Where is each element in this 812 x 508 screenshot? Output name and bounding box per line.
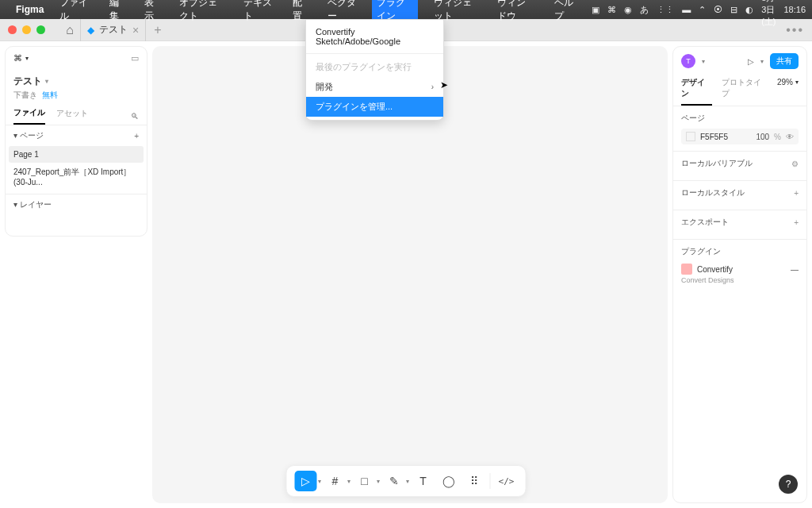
- plugin-entry-name[interactable]: Convertify: [697, 265, 733, 274]
- tab-assets[interactable]: アセット: [56, 108, 88, 124]
- file-tab-title: テスト: [99, 23, 128, 37]
- zoom-control[interactable]: 29%▾: [777, 78, 799, 87]
- macos-menubar: Figma ファイル 編集 表示 オブジェクト テキスト 配置 ベクター プラグ…: [0, 0, 812, 19]
- present-button[interactable]: ▷: [748, 57, 754, 66]
- dev-mode-toggle[interactable]: </>: [496, 471, 518, 491]
- file-tab[interactable]: ◆ テスト ×: [80, 19, 146, 41]
- figma-tray-icon[interactable]: ⌘: [607, 5, 616, 15]
- background-color-row[interactable]: F5F5F5 100 % 👁: [681, 129, 799, 144]
- search-icon[interactable]: 🔍︎: [131, 112, 139, 121]
- system-tray: ▣ ⌘ ◉ あ ⋮⋮ ▬ ⌃ ⦿ ⊟ ◐ 8月3日 (土) 18:16: [592, 0, 806, 28]
- shape-tool-chevron[interactable]: ▾: [377, 478, 380, 485]
- remove-plugin-button[interactable]: —: [791, 265, 799, 274]
- export-label[interactable]: エクスポート: [681, 217, 729, 228]
- draft-label[interactable]: 下書き: [13, 90, 37, 99]
- siri-icon[interactable]: ◐: [745, 5, 753, 15]
- bottom-toolbar: ▷ ▾ # ▾ □ ▾ ✎ ▾ T ◯ ⠿ </>: [286, 465, 527, 497]
- tray-icon[interactable]: ▣: [592, 5, 599, 15]
- battery-icon[interactable]: ▬: [682, 5, 691, 14]
- page-item-1[interactable]: Page 1: [9, 146, 144, 163]
- share-button[interactable]: 共有: [770, 53, 799, 69]
- close-window-button[interactable]: [8, 25, 17, 34]
- spotlight-icon[interactable]: ⦿: [714, 5, 722, 14]
- page-item-2[interactable]: 2407_Report_前半［XD Import］(30-Ju...: [6, 163, 147, 190]
- panel-toggle-icon[interactable]: ▭: [131, 53, 139, 64]
- menu-object[interactable]: オブジェクト: [174, 0, 228, 25]
- plugin-entry-desc: Convert Designs: [681, 276, 799, 284]
- local-styles-label[interactable]: ローカルスタイル: [681, 187, 745, 198]
- window-controls: [8, 25, 45, 34]
- overflow-menu-button[interactable]: •••: [786, 23, 804, 37]
- figma-file-icon: ◆: [87, 25, 94, 36]
- tab-prototype[interactable]: プロトタイプ: [722, 77, 768, 104]
- present-chevron-icon[interactable]: ▾: [760, 58, 764, 65]
- close-tab-icon[interactable]: ×: [132, 24, 139, 37]
- left-panel: ⌘▾ ▭ テスト ▾ 下書き 無料 ファイル アセット 🔍︎ ▾ ページ + P…: [5, 46, 147, 237]
- tab-design[interactable]: デザイン: [681, 77, 712, 106]
- wifi-icon[interactable]: ⌃: [699, 5, 706, 15]
- move-tool-chevron[interactable]: ▾: [318, 478, 321, 485]
- chevron-right-icon: ›: [431, 83, 434, 91]
- menu-text[interactable]: テキスト: [239, 0, 277, 25]
- opacity-unit: %: [774, 133, 781, 141]
- input-method-icon[interactable]: あ: [640, 4, 649, 16]
- new-tab-button[interactable]: +: [154, 23, 161, 37]
- bluetooth-icon[interactable]: ⋮⋮: [657, 5, 674, 15]
- pen-tool[interactable]: ✎: [383, 471, 405, 491]
- dropdown-separator: [306, 53, 443, 54]
- menu-help[interactable]: ヘルプ: [550, 0, 580, 25]
- convertify-plugin-icon: [681, 264, 692, 275]
- control-center-icon[interactable]: ⊟: [730, 5, 737, 15]
- chevron-down-icon[interactable]: ▾: [45, 78, 48, 85]
- color-swatch[interactable]: [686, 132, 695, 141]
- tab-file[interactable]: ファイル: [13, 107, 45, 125]
- opacity-value[interactable]: 100: [756, 133, 769, 141]
- color-hex[interactable]: F5F5F5: [700, 133, 728, 141]
- help-button[interactable]: ?: [779, 475, 798, 494]
- pen-tool-chevron[interactable]: ▾: [406, 478, 409, 485]
- shape-tool[interactable]: □: [354, 471, 376, 491]
- home-tab[interactable]: ⌂: [59, 22, 80, 38]
- actions-tool[interactable]: ⠿: [463, 471, 485, 491]
- move-tool[interactable]: ▷: [295, 471, 317, 491]
- frame-tool-chevron[interactable]: ▾: [347, 478, 350, 485]
- page-section-label: ページ: [681, 113, 705, 124]
- menu-window[interactable]: ウィンドウ: [492, 0, 538, 25]
- add-page-button[interactable]: +: [134, 132, 139, 140]
- fullscreen-window-button[interactable]: [36, 25, 45, 34]
- avatar-chevron-icon[interactable]: ▾: [702, 58, 705, 65]
- file-name[interactable]: テスト: [13, 75, 42, 88]
- figma-logo-icon: ⌘: [13, 53, 22, 64]
- avatar[interactable]: T: [681, 54, 695, 68]
- plugins-dropdown: Convertify Sketch/Adobe/Google 最後のプラグインを…: [305, 19, 444, 121]
- time-label[interactable]: 18:16: [783, 5, 806, 14]
- main-menu-button[interactable]: ⌘▾: [13, 53, 29, 64]
- right-panel: T ▾ ▷ ▾ 共有 デザイン プロトタイプ 29%▾ ページ F5F5F5 1…: [672, 46, 807, 503]
- layers-toggle[interactable]: ▾ レイヤー: [13, 199, 52, 210]
- frame-tool[interactable]: #: [324, 471, 347, 491]
- text-tool[interactable]: T: [412, 471, 435, 491]
- run-last-plugin-item: 最後のプラグインを実行: [306, 57, 443, 77]
- plugins-section-label: プラグイン: [681, 246, 721, 257]
- play-tray-icon[interactable]: ◉: [624, 5, 632, 15]
- settings-icon[interactable]: ⚙: [791, 160, 799, 168]
- minimize-window-button[interactable]: [22, 25, 31, 34]
- comment-tool[interactable]: ◯: [438, 471, 460, 491]
- add-style-button[interactable]: +: [794, 189, 799, 198]
- manage-plugins-item[interactable]: プラグインを管理...: [306, 97, 443, 117]
- visibility-toggle-icon[interactable]: 👁: [786, 133, 794, 141]
- plugin-convertify-item[interactable]: Convertify Sketch/Adobe/Google: [306, 23, 443, 50]
- local-variables-label[interactable]: ローカルバリアブル: [681, 158, 753, 169]
- free-badge[interactable]: 無料: [42, 90, 58, 99]
- app-name[interactable]: Figma: [16, 4, 44, 15]
- development-submenu[interactable]: 開発›: [306, 77, 443, 97]
- cursor-icon: ➤: [440, 79, 448, 90]
- add-export-button[interactable]: +: [794, 218, 799, 227]
- pages-toggle[interactable]: ▾ ページ: [13, 130, 44, 141]
- date-label[interactable]: 8月3日 (土): [761, 0, 776, 28]
